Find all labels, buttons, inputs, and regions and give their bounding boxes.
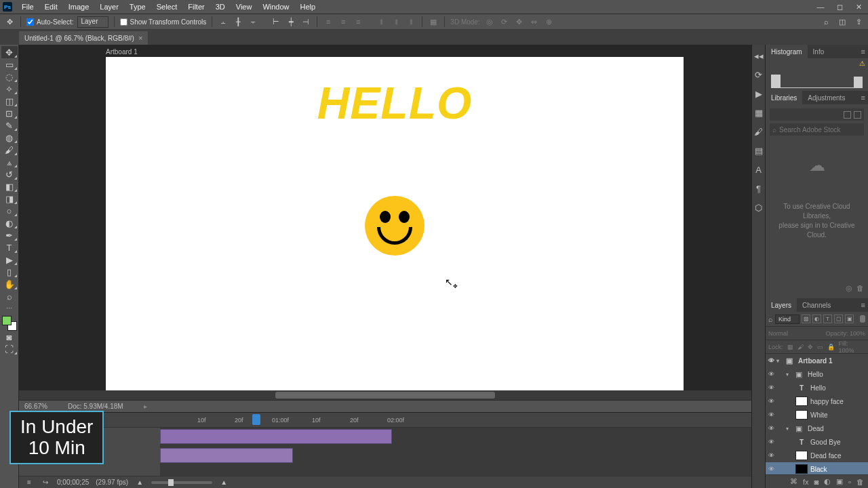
gradient-tool[interactable]: ◨ (1, 192, 18, 205)
filter-type-icon[interactable]: T (823, 314, 832, 323)
libraries-tab[interactable]: Libraries (766, 91, 802, 104)
slide-icon[interactable]: ⇔ (529, 16, 540, 27)
artboard[interactable]: HELLO (106, 57, 684, 390)
swatches-panel-icon[interactable]: ▦ (753, 107, 764, 118)
histogram-warning-icon[interactable]: ⚠ (859, 60, 865, 67)
close-button[interactable]: ✕ (849, 0, 868, 14)
layer-row[interactable]: 👁▾▣Hello (766, 367, 868, 381)
clone-source-panel-icon[interactable]: ▤ (753, 145, 764, 156)
timeline-ruler[interactable]: 10f20f01:00f10f20f02:00f (19, 413, 751, 428)
show-transform-checkbox[interactable]: Show Transform Controls (120, 18, 207, 26)
group-icon[interactable]: ▣ (836, 477, 843, 486)
3d-panel-icon[interactable]: ⬡ (753, 202, 764, 213)
dist-bottom-icon[interactable]: ≡ (353, 16, 363, 27)
convert-frames-icon[interactable]: ↪ (41, 478, 50, 487)
visibility-toggle[interactable]: 👁 (766, 452, 776, 459)
panel-menu-icon[interactable]: ≡ (859, 94, 868, 102)
panel-menu-icon[interactable]: ≡ (859, 301, 868, 309)
magic-wand-tool[interactable]: ✧ (1, 83, 18, 95)
canvas-area[interactable]: Artboard 1 HELLO ↖✥ (19, 45, 751, 390)
menu-layer[interactable]: Layer (94, 1, 124, 13)
color-swatch[interactable] (2, 316, 17, 331)
headline-text[interactable]: HELLO (317, 77, 473, 129)
layer-row[interactable]: 👁White (766, 408, 868, 422)
dodge-tool[interactable]: ◐ (1, 217, 18, 229)
filter-smart-icon[interactable]: ▣ (845, 314, 854, 323)
artboard-label[interactable]: Artboard 1 (106, 48, 138, 56)
list-view-icon[interactable] (854, 111, 861, 119)
menu-window[interactable]: Window (257, 1, 294, 13)
mask-icon[interactable]: ◙ (814, 478, 818, 486)
visibility-toggle[interactable]: 👁 (766, 371, 776, 378)
lock-pos-icon[interactable]: ✥ (808, 344, 813, 350)
dock-expand-icon[interactable]: ◂◂ (753, 50, 764, 61)
timeline-clip[interactable] (160, 429, 392, 444)
trash-icon[interactable]: 🗑 (856, 478, 864, 486)
align-left-icon[interactable]: ⊢ (271, 16, 281, 27)
align-bottom-icon[interactable]: ⫟ (248, 16, 258, 27)
doc-size-readout[interactable]: Doc: 5.93M/4.18M (68, 403, 123, 410)
menu-view[interactable]: View (231, 1, 258, 13)
visibility-toggle[interactable]: 👁 (766, 439, 776, 445)
align-hcenter-icon[interactable]: ┿ (285, 16, 296, 27)
pen-tool[interactable]: ✒ (1, 229, 18, 241)
character-panel-icon[interactable]: A (753, 164, 764, 175)
menu-image[interactable]: Image (63, 1, 95, 13)
layer-row[interactable]: 👁happy face (766, 394, 868, 408)
minimize-button[interactable]: ― (811, 0, 830, 14)
auto-select-target[interactable]: Layer (77, 16, 108, 28)
timeline-tracks[interactable] (19, 428, 751, 476)
zoom-in-icon[interactable]: ▲ (219, 478, 229, 487)
visibility-toggle[interactable]: 👁 (766, 357, 776, 364)
shape-tool[interactable]: ▯ (1, 266, 18, 278)
crop-tool[interactable]: ◫ (1, 95, 18, 107)
layer-row[interactable]: 👁Black (766, 462, 868, 474)
dist-hcenter-icon[interactable]: ⦀ (391, 16, 401, 27)
channels-tab[interactable]: Channels (797, 298, 836, 312)
adjustments-tab[interactable]: Adjustments (802, 91, 850, 104)
type-tool[interactable]: T (1, 241, 18, 253)
layer-row[interactable]: 👁TGood Bye (766, 435, 868, 449)
roll-icon[interactable]: ⟳ (499, 16, 510, 27)
paragraph-panel-icon[interactable]: ¶ (753, 183, 764, 194)
filter-shape-icon[interactable]: ▢ (834, 314, 843, 323)
fx-icon[interactable]: fx (803, 478, 809, 486)
dist-right-icon[interactable]: ⦀ (406, 16, 416, 27)
filter-kind-select[interactable]: Kind (775, 314, 800, 324)
share-icon[interactable]: ⇪ (853, 16, 864, 27)
lock-brush-icon[interactable]: 🖌 (797, 344, 804, 350)
path-select-tool[interactable]: ▶ (1, 253, 18, 266)
arrange-docs-icon[interactable]: ◫ (837, 16, 848, 27)
marquee-tool[interactable]: ▭ (1, 58, 18, 70)
horizontal-scrollbar[interactable] (19, 390, 751, 400)
frame-tool[interactable]: ⊡ (1, 107, 18, 119)
visibility-toggle[interactable]: 👁 (766, 411, 776, 418)
brush-tool[interactable]: 🖌 (1, 144, 18, 156)
maximize-button[interactable]: ◻ (830, 0, 849, 14)
layer-row[interactable]: 👁Dead face (766, 449, 868, 462)
hand-tool[interactable]: ✋ (1, 278, 18, 290)
timeline-menu-icon[interactable]: ≡ (24, 478, 34, 487)
layer-row[interactable]: 👁▾▣Artboard 1 (766, 354, 868, 367)
info-tab[interactable]: Info (808, 45, 830, 58)
align-right-icon[interactable]: ⊣ (300, 16, 311, 27)
eraser-tool[interactable]: ◧ (1, 180, 18, 192)
adjustment-icon[interactable]: ◐ (824, 477, 831, 486)
timeline-zoom-slider[interactable] (151, 481, 212, 484)
pan-icon[interactable]: ✥ (514, 16, 525, 27)
menu-type[interactable]: Type (124, 1, 151, 13)
menu-3d[interactable]: 3D (210, 1, 231, 13)
stamp-tool[interactable]: ⟁ (1, 156, 18, 168)
menu-file[interactable]: File (16, 1, 39, 13)
eyedropper-tool[interactable]: ✎ (1, 119, 18, 131)
align-vcenter-icon[interactable]: ╂ (233, 16, 243, 27)
panel-menu-icon[interactable]: ≡ (859, 47, 868, 56)
new-layer-icon[interactable]: ▫ (848, 478, 851, 486)
lock-all-icon[interactable]: 🔒 (827, 344, 835, 350)
filter-toggle[interactable] (860, 315, 865, 323)
menu-filter[interactable]: Filter (182, 1, 210, 13)
zoom-out-icon[interactable]: ▲ (135, 478, 144, 487)
orbit-icon[interactable]: ◎ (484, 16, 495, 27)
scale-icon[interactable]: ⊕ (544, 16, 555, 27)
menu-help[interactable]: Help (295, 1, 321, 13)
